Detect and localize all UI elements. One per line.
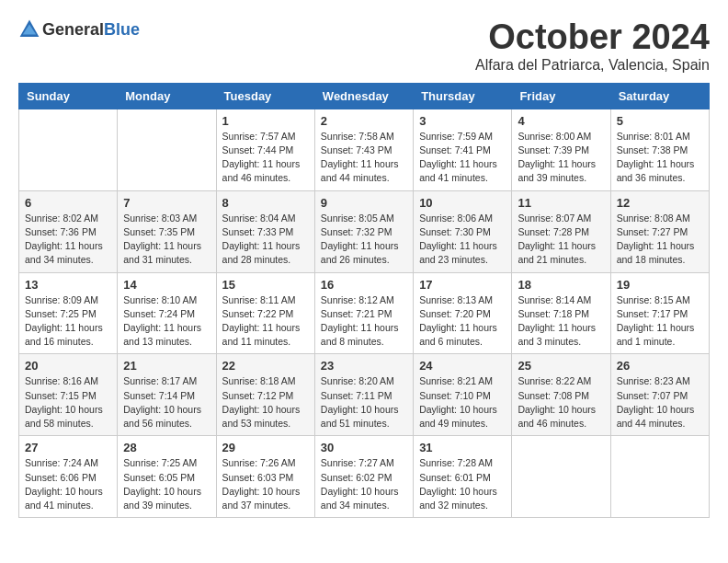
day-detail: Sunrise: 8:09 AMSunset: 7:25 PMDaylight:…: [25, 294, 103, 348]
day-cell-3-2: 22Sunrise: 8:18 AMSunset: 7:12 PMDayligh…: [216, 354, 314, 436]
day-cell-3-5: 25Sunrise: 8:22 AMSunset: 7:08 PMDayligh…: [512, 354, 610, 436]
day-number: 30: [321, 441, 407, 454]
day-cell-0-3: 2Sunrise: 7:58 AMSunset: 7:43 PMDaylight…: [314, 109, 413, 190]
day-detail: Sunrise: 8:21 AMSunset: 7:10 PMDaylight:…: [419, 375, 497, 429]
day-cell-3-1: 21Sunrise: 8:17 AMSunset: 7:14 PMDayligh…: [118, 354, 216, 436]
col-monday: Monday: [118, 83, 216, 109]
day-cell-1-5: 11Sunrise: 8:07 AMSunset: 7:28 PMDayligh…: [512, 190, 610, 272]
day-cell-0-4: 3Sunrise: 7:59 AMSunset: 7:41 PMDaylight…: [414, 109, 512, 190]
day-number: 19: [617, 278, 703, 292]
day-detail: Sunrise: 8:02 AMSunset: 7:36 PMDaylight:…: [25, 213, 103, 266]
day-detail: Sunrise: 7:57 AMSunset: 7:44 PMDaylight:…: [222, 131, 301, 184]
day-cell-4-1: 28Sunrise: 7:25 AMSunset: 6:05 PMDayligh…: [118, 436, 216, 518]
title-block: October 2024 Alfara del Patriarca, Valen…: [475, 18, 710, 74]
day-cell-3-0: 20Sunrise: 8:16 AMSunset: 7:15 PMDayligh…: [19, 354, 118, 436]
day-cell-0-5: 4Sunrise: 8:00 AMSunset: 7:39 PMDaylight…: [512, 109, 610, 190]
day-detail: Sunrise: 7:27 AMSunset: 6:02 PMDaylight:…: [321, 457, 399, 511]
day-detail: Sunrise: 7:24 AMSunset: 6:06 PMDaylight:…: [25, 457, 103, 511]
day-number: 10: [419, 196, 506, 210]
day-cell-4-4: 31Sunrise: 7:28 AMSunset: 6:01 PMDayligh…: [414, 436, 512, 518]
day-number: 3: [419, 114, 506, 128]
col-thursday: Thursday: [414, 83, 512, 109]
calendar-table: Sunday Monday Tuesday Wednesday Thursday…: [18, 83, 710, 518]
day-cell-4-6: [610, 436, 709, 518]
day-detail: Sunrise: 8:16 AMSunset: 7:15 PMDaylight:…: [25, 375, 103, 429]
day-cell-1-0: 6Sunrise: 8:02 AMSunset: 7:36 PMDaylight…: [19, 190, 118, 272]
day-number: 28: [123, 441, 210, 454]
day-detail: Sunrise: 8:22 AMSunset: 7:08 PMDaylight:…: [518, 375, 596, 429]
day-number: 5: [617, 114, 703, 128]
day-number: 22: [222, 359, 309, 373]
day-detail: Sunrise: 7:25 AMSunset: 6:05 PMDaylight:…: [123, 457, 201, 511]
day-number: 21: [123, 359, 210, 373]
week-row-3: 13Sunrise: 8:09 AMSunset: 7:25 PMDayligh…: [19, 272, 710, 354]
day-number: 14: [123, 278, 210, 292]
day-number: 16: [321, 278, 407, 292]
day-cell-0-0: [19, 109, 118, 190]
day-number: 23: [321, 359, 407, 373]
day-cell-2-4: 17Sunrise: 8:13 AMSunset: 7:20 PMDayligh…: [414, 272, 512, 354]
day-detail: Sunrise: 8:05 AMSunset: 7:32 PMDaylight:…: [321, 213, 399, 266]
day-detail: Sunrise: 8:18 AMSunset: 7:12 PMDaylight:…: [222, 375, 301, 429]
day-cell-2-1: 14Sunrise: 8:10 AMSunset: 7:24 PMDayligh…: [118, 272, 216, 354]
day-cell-1-3: 9Sunrise: 8:05 AMSunset: 7:32 PMDaylight…: [314, 190, 413, 272]
col-wednesday: Wednesday: [314, 83, 413, 109]
day-detail: Sunrise: 8:13 AMSunset: 7:20 PMDaylight:…: [419, 294, 497, 348]
day-number: 9: [321, 196, 407, 210]
day-number: 31: [419, 441, 506, 454]
day-detail: Sunrise: 8:06 AMSunset: 7:30 PMDaylight:…: [419, 213, 497, 266]
day-detail: Sunrise: 8:11 AMSunset: 7:22 PMDaylight:…: [222, 294, 301, 348]
day-cell-3-3: 23Sunrise: 8:20 AMSunset: 7:11 PMDayligh…: [314, 354, 413, 436]
day-number: 26: [617, 359, 703, 373]
day-cell-4-3: 30Sunrise: 7:27 AMSunset: 6:02 PMDayligh…: [314, 436, 413, 518]
day-detail: Sunrise: 8:01 AMSunset: 7:38 PMDaylight:…: [617, 131, 695, 184]
day-cell-0-1: [118, 109, 216, 190]
day-cell-2-0: 13Sunrise: 8:09 AMSunset: 7:25 PMDayligh…: [19, 272, 118, 354]
day-number: 15: [222, 278, 309, 292]
day-cell-1-6: 12Sunrise: 8:08 AMSunset: 7:27 PMDayligh…: [610, 190, 709, 272]
day-cell-2-6: 19Sunrise: 8:15 AMSunset: 7:17 PMDayligh…: [610, 272, 709, 354]
day-cell-0-6: 5Sunrise: 8:01 AMSunset: 7:38 PMDaylight…: [610, 109, 709, 190]
day-number: 17: [419, 278, 506, 292]
location-title: Alfara del Patriarca, Valencia, Spain: [475, 57, 710, 74]
calendar-header-row: Sunday Monday Tuesday Wednesday Thursday…: [19, 83, 710, 109]
day-number: 4: [518, 114, 604, 128]
logo: GeneralBlue: [18, 18, 140, 40]
day-detail: Sunrise: 8:17 AMSunset: 7:14 PMDaylight:…: [123, 375, 201, 429]
col-sunday: Sunday: [19, 83, 118, 109]
day-detail: Sunrise: 7:58 AMSunset: 7:43 PMDaylight:…: [321, 131, 399, 184]
day-cell-4-2: 29Sunrise: 7:26 AMSunset: 6:03 PMDayligh…: [216, 436, 314, 518]
day-detail: Sunrise: 8:10 AMSunset: 7:24 PMDaylight:…: [123, 294, 201, 348]
day-number: 1: [222, 114, 309, 128]
day-cell-4-5: [512, 436, 610, 518]
day-cell-2-5: 18Sunrise: 8:14 AMSunset: 7:18 PMDayligh…: [512, 272, 610, 354]
day-number: 11: [518, 196, 604, 210]
page-header: GeneralBlue October 2024 Alfara del Patr…: [18, 18, 710, 74]
day-cell-2-2: 15Sunrise: 8:11 AMSunset: 7:22 PMDayligh…: [216, 272, 314, 354]
day-number: 7: [123, 196, 210, 210]
day-cell-1-2: 8Sunrise: 8:04 AMSunset: 7:33 PMDaylight…: [216, 190, 314, 272]
day-cell-0-2: 1Sunrise: 7:57 AMSunset: 7:44 PMDaylight…: [216, 109, 314, 190]
day-cell-2-3: 16Sunrise: 8:12 AMSunset: 7:21 PMDayligh…: [314, 272, 413, 354]
day-detail: Sunrise: 7:26 AMSunset: 6:03 PMDaylight:…: [222, 457, 301, 511]
col-friday: Friday: [512, 83, 610, 109]
day-detail: Sunrise: 7:28 AMSunset: 6:01 PMDaylight:…: [419, 457, 497, 511]
logo-icon: [18, 18, 40, 40]
day-detail: Sunrise: 7:59 AMSunset: 7:41 PMDaylight:…: [419, 131, 497, 184]
day-detail: Sunrise: 8:20 AMSunset: 7:11 PMDaylight:…: [321, 375, 399, 429]
day-detail: Sunrise: 8:03 AMSunset: 7:35 PMDaylight:…: [123, 213, 201, 266]
day-detail: Sunrise: 8:04 AMSunset: 7:33 PMDaylight:…: [222, 213, 301, 266]
day-number: 24: [419, 359, 506, 373]
day-number: 27: [25, 441, 111, 454]
day-detail: Sunrise: 8:07 AMSunset: 7:28 PMDaylight:…: [518, 213, 596, 266]
day-cell-1-4: 10Sunrise: 8:06 AMSunset: 7:30 PMDayligh…: [414, 190, 512, 272]
day-number: 6: [25, 196, 111, 210]
week-row-5: 27Sunrise: 7:24 AMSunset: 6:06 PMDayligh…: [19, 436, 710, 518]
logo-general: General: [42, 20, 104, 39]
day-detail: Sunrise: 8:08 AMSunset: 7:27 PMDaylight:…: [617, 213, 695, 266]
month-title: October 2024: [475, 18, 710, 57]
week-row-4: 20Sunrise: 8:16 AMSunset: 7:15 PMDayligh…: [19, 354, 710, 436]
day-cell-3-4: 24Sunrise: 8:21 AMSunset: 7:10 PMDayligh…: [414, 354, 512, 436]
day-number: 8: [222, 196, 309, 210]
day-number: 13: [25, 278, 111, 292]
